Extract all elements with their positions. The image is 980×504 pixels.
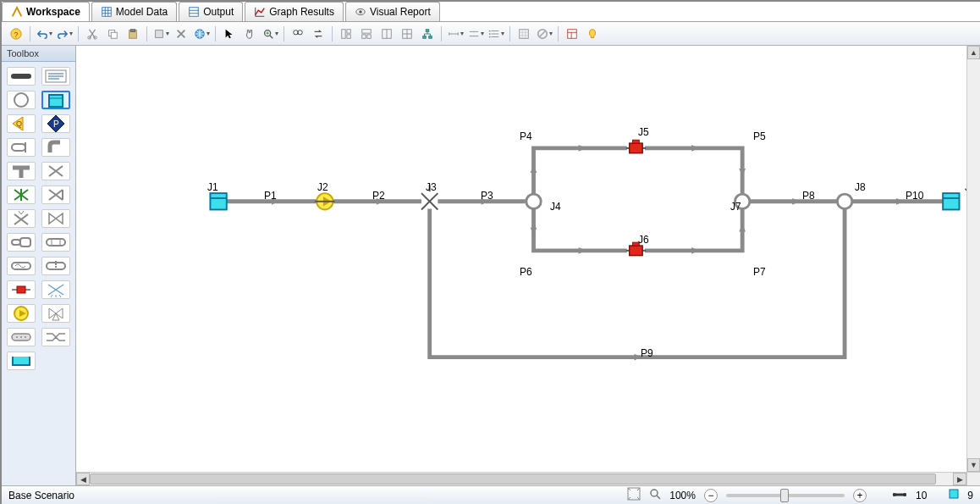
junction-label: J1	[207, 181, 218, 193]
tool-general-comp[interactable]	[7, 257, 36, 275]
tab-label: Output	[203, 6, 234, 18]
scroll-down-icon[interactable]: ▼	[967, 458, 980, 472]
tool-branch[interactable]	[7, 91, 36, 109]
svg-marker-105	[531, 228, 537, 235]
scroll-right-icon[interactable]: ▶	[953, 473, 966, 485]
svg-point-137	[893, 493, 896, 496]
svg-rect-131	[630, 246, 642, 256]
tool-red-valve[interactable]	[7, 280, 36, 299]
copy-button[interactable]	[103, 25, 122, 43]
svg-point-126	[837, 194, 851, 208]
vertical-scrollbar[interactable]: ▲ ▼	[966, 46, 980, 472]
horizontal-scrollbar[interactable]: ◀ ▶	[76, 472, 966, 485]
tab-label: Graph Results	[269, 6, 334, 18]
zoom-thumb[interactable]	[780, 489, 789, 502]
tool-assigned-flow[interactable]: Q	[7, 114, 36, 133]
toolbox-grid: Q P	[2, 62, 75, 375]
swap-button[interactable]	[309, 25, 328, 43]
scenario-label: Base Scenario	[8, 490, 74, 501]
svg-point-49	[488, 30, 490, 31]
layout1-button[interactable]	[337, 25, 355, 43]
tab-model-data[interactable]: Model Data	[91, 2, 177, 21]
zoom-out-button[interactable]: −	[704, 489, 718, 502]
tool-tank-open[interactable]	[7, 352, 36, 370]
layout4-button[interactable]	[398, 25, 416, 43]
layout3-button[interactable]	[377, 25, 396, 43]
dim2-button[interactable]: ▾	[466, 25, 485, 43]
tool-annotation[interactable]	[41, 67, 70, 86]
svg-rect-77	[20, 238, 30, 246]
tool-dead-end[interactable]	[7, 138, 36, 157]
toolbox-panel: Toolbox Q P	[2, 46, 76, 485]
tool-valve-x[interactable]	[41, 162, 70, 180]
scroll-up-icon[interactable]: ▲	[967, 46, 980, 59]
props-button[interactable]	[563, 25, 581, 43]
svg-rect-5	[190, 8, 199, 17]
svg-marker-102	[579, 145, 586, 152]
tool-elbow[interactable]	[41, 138, 70, 157]
redo-button[interactable]: ▾	[55, 25, 74, 43]
layout2-button[interactable]	[357, 25, 376, 43]
globe-button[interactable]: ▾	[192, 25, 211, 43]
tab-visual-report[interactable]: Visual Report	[345, 2, 440, 21]
scroll-left-icon[interactable]: ◀	[76, 473, 90, 485]
tool-screen[interactable]	[41, 257, 70, 275]
dim1-button[interactable]: ▾	[446, 25, 465, 43]
fit-icon[interactable]	[627, 487, 641, 503]
tool-relief-valve[interactable]	[7, 209, 36, 228]
workspace-canvas[interactable]: J1 J2 J3 J4 J5 J6 J7 J8 J9 P1 P2 P3 P4 P…	[76, 46, 966, 472]
pipe-label: P9	[641, 347, 653, 359]
zoom-button[interactable]: ▾	[261, 25, 279, 43]
svg-marker-88	[49, 308, 56, 318]
tool-spray[interactable]	[41, 280, 70, 299]
grid-button[interactable]	[515, 25, 533, 43]
tool-pipe[interactable]	[7, 67, 36, 86]
svg-point-11	[359, 10, 362, 14]
svg-rect-30	[347, 29, 350, 32]
tool-area-change[interactable]	[7, 233, 36, 252]
denied-button[interactable]: ▾	[535, 25, 553, 43]
help-icon[interactable]: ?	[7, 25, 25, 43]
tool-venturi[interactable]	[41, 328, 70, 346]
idea-button[interactable]	[583, 25, 602, 43]
delete-button[interactable]: ▾	[151, 25, 170, 43]
tool-pump[interactable]	[7, 304, 36, 323]
find-button[interactable]	[289, 25, 307, 43]
svg-line-23	[269, 35, 273, 38]
tool-control-valve[interactable]	[41, 209, 70, 228]
pipe-count: 10	[916, 490, 927, 501]
cut-button[interactable]	[83, 25, 102, 43]
svg-rect-29	[342, 29, 345, 38]
tool-orifice[interactable]	[7, 328, 36, 346]
hscroll-thumb[interactable]	[90, 474, 936, 485]
tool-3way[interactable]	[41, 304, 70, 323]
tool-valve-x2[interactable]	[41, 186, 70, 204]
pan-button[interactable]	[240, 25, 259, 43]
zoom-in-button[interactable]: +	[853, 489, 867, 502]
hierarchy-button[interactable]	[418, 25, 437, 43]
list-button[interactable]: ▾	[487, 25, 505, 43]
close-button[interactable]	[172, 25, 190, 43]
tool-reservoir[interactable]	[41, 91, 70, 109]
pointer-button[interactable]	[220, 25, 239, 43]
svg-rect-85	[17, 286, 25, 293]
junction-label: J4	[550, 201, 561, 213]
tool-tee[interactable]	[7, 162, 36, 180]
svg-marker-104	[739, 169, 746, 176]
svg-point-63	[14, 93, 28, 107]
tool-assigned-pressure[interactable]: P	[41, 114, 70, 133]
tab-graph-results[interactable]: Graph Results	[245, 2, 344, 21]
svg-marker-107	[691, 247, 699, 254]
svg-text:Q: Q	[16, 119, 22, 128]
svg-rect-41	[423, 36, 427, 38]
tab-workspace[interactable]: Workspace	[2, 2, 90, 21]
tab-output[interactable]: Output	[179, 2, 243, 21]
undo-button[interactable]: ▾	[35, 25, 53, 43]
tool-check-valve[interactable]	[7, 186, 36, 204]
junction-label: J8	[855, 181, 866, 193]
svg-text:P: P	[53, 119, 59, 129]
tool-heat-exchanger[interactable]	[41, 233, 70, 252]
paste-button[interactable]	[124, 25, 142, 43]
svg-point-50	[488, 33, 490, 35]
zoom-slider[interactable]	[726, 494, 845, 497]
